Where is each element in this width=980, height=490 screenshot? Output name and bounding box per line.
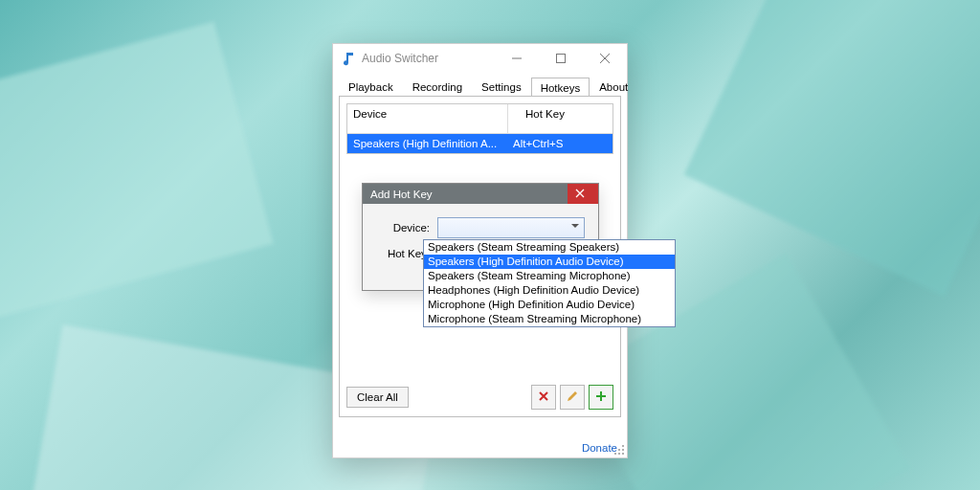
close-icon [568,189,598,200]
list-item[interactable]: Microphone (High Definition Audio Device… [424,298,675,312]
delete-button[interactable] [531,385,556,410]
col-divider [507,104,520,133]
button-row: Clear All [346,385,613,410]
device-dropdown-list[interactable]: Speakers (Steam Streaming Speakers) Spea… [423,239,676,327]
pencil-icon [566,390,579,406]
tab-about[interactable]: About [590,77,637,96]
minimize-button[interactable] [495,44,539,73]
table-header: Device Hot Key [347,104,612,134]
edit-button[interactable] [560,385,585,410]
dialog-title: Add Hot Key [363,189,568,200]
tab-strip: Playback Recording Settings Hotkeys Abou… [333,73,627,96]
tab-playback[interactable]: Playback [339,77,403,96]
titlebar[interactable]: Audio Switcher [333,44,627,73]
donate-link[interactable]: Donate [582,442,617,454]
maximize-button[interactable] [539,44,583,73]
hotkey-label: Hot Key: [376,248,430,259]
table-row[interactable]: Speakers (High Definition A... Alt+Ctrl+… [347,134,612,153]
col-hotkey[interactable]: Hot Key [520,104,570,133]
device-label: Device: [376,222,430,234]
col-device[interactable]: Device [347,104,507,133]
bg-crystal [0,22,274,323]
hotkey-table: Device Hot Key Speakers (High Definition… [346,103,613,154]
list-item[interactable]: Speakers (High Definition Audio Device) [424,255,675,269]
add-button[interactable] [589,385,613,410]
list-item[interactable]: Microphone (Steam Streaming Microphone) [424,312,675,326]
delete-icon [537,390,550,406]
chevron-down-icon [570,221,580,233]
tab-recording[interactable]: Recording [403,77,472,96]
bg-crystal [684,0,980,296]
clear-all-button[interactable]: Clear All [346,387,409,408]
dialog-titlebar[interactable]: Add Hot Key [363,184,598,204]
tab-hotkeys[interactable]: Hotkeys [531,78,590,97]
cell-hotkey: Alt+Ctrl+S [507,134,612,153]
cell-device: Speakers (High Definition A... [347,134,507,153]
device-combobox[interactable] [437,217,585,238]
list-item[interactable]: Speakers (Steam Streaming Speakers) [424,240,675,255]
svg-rect-0 [557,55,566,63]
window-title: Audio Switcher [362,52,495,65]
music-note-icon [341,51,356,66]
list-item[interactable]: Headphones (High Definition Audio Device… [424,283,675,298]
dialog-close-button[interactable] [568,184,598,204]
list-item[interactable]: Speakers (Steam Streaming Microphone) [424,269,675,283]
plus-icon [594,390,608,406]
close-button[interactable] [583,44,627,73]
resize-grip[interactable] [613,444,625,456]
tab-settings[interactable]: Settings [472,77,531,96]
